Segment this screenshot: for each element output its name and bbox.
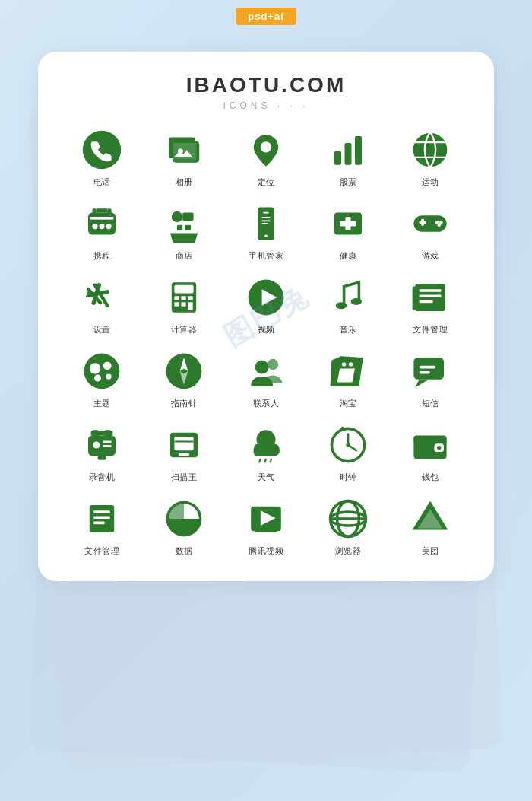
icon-label-contacts: 联系人	[253, 398, 280, 409]
svg-point-71	[349, 362, 353, 366]
icon-item-clock: 时钟	[307, 423, 389, 483]
icon-scanner[interactable]	[162, 423, 206, 467]
icon-label-settings: 设置	[93, 324, 111, 335]
icon-taobao[interactable]	[326, 349, 370, 393]
icon-recorder[interactable]	[80, 423, 124, 467]
icon-filemanage2[interactable]	[80, 497, 124, 541]
icon-weather[interactable]	[244, 423, 288, 467]
svg-rect-20	[90, 217, 114, 220]
icon-sms[interactable]	[408, 349, 452, 393]
svg-rect-9	[334, 151, 341, 165]
svg-rect-85	[174, 437, 193, 450]
icon-data[interactable]	[162, 497, 206, 541]
icon-item-sms: 短信	[389, 349, 471, 409]
card-title: IBAOTU.COM	[61, 73, 471, 97]
svg-point-38	[439, 221, 443, 224]
icon-browser[interactable]	[326, 497, 370, 541]
svg-rect-57	[420, 294, 442, 297]
svg-rect-75	[420, 371, 430, 374]
icon-item-contacts: 联系人	[225, 349, 307, 409]
svg-point-80	[93, 442, 100, 449]
icon-calculator[interactable]	[162, 275, 206, 319]
icon-label-shop: 商店	[176, 250, 193, 262]
svg-rect-98	[413, 438, 446, 442]
svg-rect-83	[98, 456, 106, 459]
icon-item-album: 相册	[143, 128, 225, 188]
icon-txvideo[interactable]	[244, 497, 288, 541]
icon-item-weather: 天气	[225, 423, 307, 483]
svg-point-60	[84, 354, 120, 389]
icon-label-taobao: 淘宝	[340, 398, 357, 409]
icon-item-stock: 股票	[307, 128, 389, 188]
icon-theme[interactable]	[80, 349, 124, 393]
icon-label-compass: 指南针	[171, 398, 198, 409]
icon-label-stock: 股票	[340, 176, 357, 188]
icon-label-meituan: 美团	[422, 545, 439, 557]
icon-album[interactable]	[162, 128, 206, 172]
icon-label-browser: 浏览器	[335, 545, 362, 557]
icon-label-health: 健康	[340, 250, 357, 262]
icon-item-shop: 商店	[143, 202, 225, 262]
icon-settings[interactable]	[80, 275, 124, 319]
svg-rect-44	[174, 285, 193, 294]
svg-rect-59	[413, 287, 418, 310]
svg-point-62	[103, 361, 112, 370]
icon-music[interactable]	[326, 275, 370, 319]
icon-item-phone-manager: 手机管家	[225, 202, 307, 262]
icon-meituan[interactable]	[408, 497, 452, 541]
icon-filemanage[interactable]	[408, 275, 452, 319]
icon-sports[interactable]	[408, 128, 452, 172]
svg-rect-48	[174, 302, 179, 306]
svg-point-70	[342, 362, 346, 366]
icon-item-location: 定位	[225, 128, 307, 188]
svg-marker-28	[170, 234, 198, 243]
svg-point-8	[261, 141, 271, 152]
icon-label-txvideo: 腾讯视频	[249, 545, 283, 557]
svg-rect-103	[93, 516, 110, 519]
svg-point-64	[106, 374, 111, 380]
icon-label-clock: 时钟	[340, 472, 357, 483]
icon-label-phone: 电话	[93, 176, 111, 188]
format-badge: psd+ai	[236, 8, 296, 25]
icon-compass[interactable]	[162, 349, 206, 393]
icon-phone[interactable]	[80, 128, 124, 172]
icon-label-calculator: 计算器	[171, 324, 198, 335]
svg-rect-46	[181, 296, 185, 300]
icon-label-scanner: 扫描王	[171, 472, 198, 483]
svg-point-69	[268, 359, 278, 370]
icon-label-game: 游戏	[422, 250, 439, 262]
svg-rect-86	[174, 441, 193, 443]
svg-rect-25	[182, 213, 193, 221]
icon-item-trip: 携程	[61, 202, 143, 262]
icon-trip[interactable]	[80, 202, 124, 246]
svg-rect-50	[188, 302, 192, 310]
icon-phone-manager[interactable]	[244, 202, 288, 246]
icon-item-phone: 电话	[61, 128, 143, 188]
svg-point-24	[172, 211, 182, 222]
icon-item-sports: 运动	[389, 128, 471, 188]
icon-item-taobao: 淘宝	[307, 349, 389, 409]
icon-stock[interactable]	[326, 128, 370, 172]
icon-label-filemanage2: 文件管理	[84, 545, 119, 557]
icon-health[interactable]	[326, 202, 370, 246]
svg-rect-19	[107, 208, 111, 215]
icon-clock[interactable]	[326, 423, 370, 467]
icon-shop[interactable]	[162, 202, 206, 246]
icon-contacts[interactable]	[244, 349, 288, 393]
svg-rect-18	[97, 208, 107, 212]
main-card: IBAOTU.COM ICONS · · · 图巴兔 电话相册定位股票运动携程商…	[38, 52, 494, 581]
icon-game[interactable]	[408, 202, 452, 246]
icon-video[interactable]	[244, 275, 288, 319]
svg-rect-36	[421, 219, 424, 226]
svg-rect-79	[91, 431, 113, 435]
icon-wallet[interactable]	[408, 423, 452, 467]
icon-location[interactable]	[244, 128, 288, 172]
svg-point-30	[264, 234, 268, 237]
icon-item-recorder: 录音机	[61, 423, 143, 483]
icon-label-data: 数据	[176, 545, 193, 557]
icon-item-compass: 指南针	[143, 349, 225, 409]
icon-label-recorder: 录音机	[89, 472, 116, 483]
svg-rect-47	[188, 296, 192, 300]
icon-label-sports: 运动	[422, 176, 439, 188]
svg-point-96	[346, 443, 350, 447]
